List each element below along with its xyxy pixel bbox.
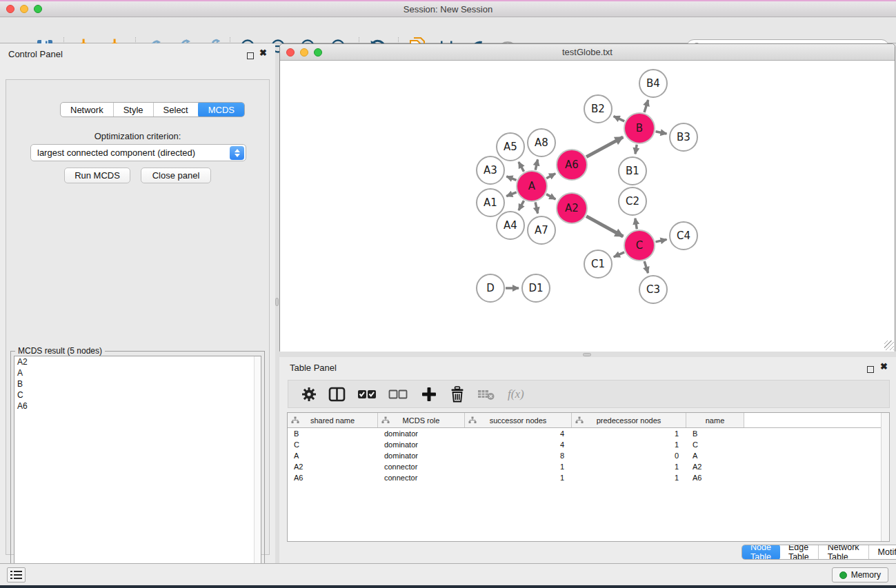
table-row-C[interactable]: Cdominator41C — [288, 439, 889, 450]
graph-node-C1[interactable]: C1 — [584, 250, 612, 278]
graph-node-B1[interactable]: B1 — [619, 157, 646, 185]
add-column-button[interactable] — [421, 384, 437, 405]
memory-button[interactable]: Memory — [832, 567, 888, 582]
column-header-predecessor-nodes[interactable]: predecessor nodes — [572, 413, 686, 427]
column-header-successor-nodes[interactable]: successor nodes — [465, 413, 572, 427]
column-header-MCDS-role[interactable]: MCDS role — [378, 413, 465, 427]
graph-edge-C-C4[interactable] — [655, 239, 666, 242]
graph-node-C3[interactable]: C3 — [639, 276, 667, 303]
cell-MCDS-role: dominator — [378, 452, 465, 460]
graph-node-A3[interactable]: A3 — [477, 156, 504, 184]
graph-node-A4[interactable]: A4 — [497, 212, 524, 239]
optimization-criterion-label: Optimization criterion: — [6, 131, 269, 141]
graph-edge-A-A4[interactable] — [519, 201, 524, 210]
graph-edge-C-C3[interactable] — [644, 261, 648, 273]
graph-edge-C-C2[interactable] — [635, 219, 637, 230]
graph-edge-A-A8[interactable] — [535, 159, 537, 170]
cell-name: B — [686, 429, 744, 438]
table-header-row: shared nameMCDS rolesuccessor nodesprede… — [288, 413, 889, 428]
deselect-all-button[interactable] — [388, 384, 408, 405]
tab-motifs[interactable]: Motifs — [869, 545, 896, 559]
function-builder-button[interactable]: f(x) — [508, 384, 524, 405]
graph-node-C[interactable]: C — [624, 230, 655, 261]
graph-node-B[interactable]: B — [624, 113, 655, 143]
close-table-panel-button[interactable]: ✖ — [880, 363, 888, 370]
graph-edge-B-B1[interactable] — [635, 145, 637, 154]
result-scrollbar[interactable] — [254, 356, 261, 585]
close-panel-button[interactable]: ✖ — [259, 50, 267, 57]
network-window-title: testGlobe.txt — [280, 47, 895, 57]
graph-edge-B-B3[interactable] — [656, 132, 667, 134]
network-view-window: testGlobe.txt B4B2BB3A8A5A6A3B1AC2A1A2A4… — [279, 43, 895, 352]
optimization-criterion-select[interactable]: largest connected component (directed) — [30, 144, 246, 161]
table-row-A2[interactable]: A2connector11A2 — [288, 461, 889, 472]
column-header-name[interactable]: name — [686, 413, 744, 427]
network-canvas[interactable]: B4B2BB3A8A5A6A3B1AC2A1A2A4A7C4CC1C3DD1 — [280, 61, 895, 352]
table-row-A6[interactable]: A6connector11A6 — [288, 472, 889, 483]
mcds-result-item[interactable]: B — [14, 378, 261, 389]
window-resize-grip[interactable] — [884, 341, 894, 350]
graph-node-A8[interactable]: A8 — [528, 129, 555, 156]
cell-successor-nodes: 1 — [465, 474, 572, 482]
tab-edge-table[interactable]: Edge Table — [779, 545, 819, 559]
mcds-result-item[interactable]: A — [14, 367, 261, 378]
graph-node-D[interactable]: D — [477, 274, 504, 302]
delete-column-button[interactable] — [450, 384, 465, 405]
graph-edge-B-B2[interactable] — [614, 116, 625, 121]
task-history-button[interactable] — [7, 567, 26, 582]
graph-edge-A-A7[interactable] — [535, 202, 538, 213]
table-row-A[interactable]: Adominator80A — [288, 450, 889, 461]
table-options-button[interactable] — [301, 384, 317, 405]
graph-edge-A-A2[interactable] — [546, 194, 555, 199]
graph-edge-B-B4[interactable] — [644, 100, 648, 112]
graph-node-A7[interactable]: A7 — [528, 216, 555, 244]
graph-node-B3[interactable]: B3 — [670, 123, 697, 151]
tab-node-table[interactable]: Node Table — [741, 545, 780, 560]
table-scrollbar[interactable] — [881, 413, 889, 541]
show-column-button[interactable] — [328, 384, 346, 405]
mcds-result-item[interactable]: C — [14, 389, 261, 401]
tab-network[interactable]: Network — [61, 103, 114, 116]
graph-edge-C-C1[interactable] — [614, 252, 624, 257]
tab-network-table[interactable]: Network Table — [819, 545, 869, 559]
table-row-B[interactable]: Bdominator41B — [288, 428, 889, 439]
graph-node-C2[interactable]: C2 — [619, 187, 646, 215]
mcds-result-item[interactable]: A2 — [14, 356, 261, 367]
graph-edge-A-A1[interactable] — [506, 192, 517, 196]
graph-edge-A2-C[interactable] — [586, 216, 623, 236]
mcds-result-box: MCDS result (5 nodes) A2ABCA6 — [10, 351, 265, 588]
mcds-result-item[interactable]: A6 — [14, 401, 261, 412]
select-all-button[interactable] — [357, 384, 377, 405]
float-table-panel-button[interactable] — [867, 363, 874, 376]
close-panel-button-secondary[interactable]: Close panel — [141, 168, 211, 183]
tab-style[interactable]: Style — [114, 103, 154, 116]
graph-node-A1[interactable]: A1 — [477, 189, 504, 216]
delete-table-button[interactable] — [477, 384, 495, 405]
svg-text:B2: B2 — [591, 103, 605, 115]
node-table: shared nameMCDS rolesuccessor nodesprede… — [287, 412, 890, 542]
cell-MCDS-role: connector — [378, 474, 465, 482]
tab-select[interactable]: Select — [154, 103, 199, 116]
float-panel-button[interactable] — [247, 50, 254, 62]
graph-node-B2[interactable]: B2 — [584, 95, 612, 123]
column-header-shared-name[interactable]: shared name — [288, 413, 378, 427]
graph-edge-A-A5[interactable] — [519, 162, 524, 172]
graph-edge-A-A6[interactable] — [546, 174, 555, 179]
graph-node-B4[interactable]: B4 — [639, 70, 667, 97]
cell-predecessor-nodes: 1 — [572, 429, 686, 438]
graph-node-A6[interactable]: A6 — [557, 150, 587, 180]
horizontal-splitter-handle[interactable] — [583, 353, 591, 356]
mcds-result-list[interactable]: A2ABCA6 — [14, 356, 261, 585]
graph-node-A5[interactable]: A5 — [497, 133, 524, 161]
tab-mcds[interactable]: MCDS — [198, 102, 245, 117]
run-mcds-button[interactable]: Run MCDS — [64, 168, 130, 183]
graph-node-D1[interactable]: D1 — [522, 274, 550, 302]
graph-node-A2[interactable]: A2 — [557, 193, 587, 223]
graph-node-A[interactable]: A — [517, 171, 547, 201]
graph-edge-A-A3[interactable] — [506, 176, 516, 180]
svg-text:D1: D1 — [528, 282, 543, 294]
network-window-titlebar[interactable]: testGlobe.txt — [280, 44, 895, 61]
graph-edge-A6-B[interactable] — [586, 137, 623, 157]
graph-node-C4[interactable]: C4 — [670, 222, 697, 250]
vertical-splitter-handle[interactable] — [275, 298, 279, 306]
